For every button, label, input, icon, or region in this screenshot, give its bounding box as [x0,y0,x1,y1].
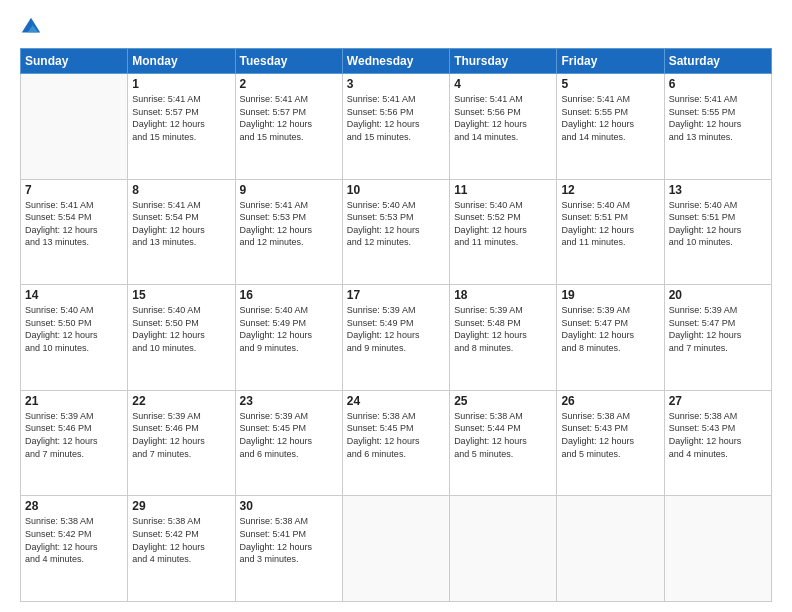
day-cell [557,496,664,602]
day-cell: 9Sunrise: 5:41 AM Sunset: 5:53 PM Daylig… [235,179,342,285]
day-cell: 24Sunrise: 5:38 AM Sunset: 5:45 PM Dayli… [342,390,449,496]
week-row-4: 28Sunrise: 5:38 AM Sunset: 5:42 PM Dayli… [21,496,772,602]
day-number: 26 [561,394,659,408]
day-info: Sunrise: 5:39 AM Sunset: 5:47 PM Dayligh… [669,304,767,354]
day-cell [450,496,557,602]
day-number: 10 [347,183,445,197]
calendar-header: SundayMondayTuesdayWednesdayThursdayFrid… [21,49,772,74]
day-number: 1 [132,77,230,91]
day-cell: 14Sunrise: 5:40 AM Sunset: 5:50 PM Dayli… [21,285,128,391]
day-info: Sunrise: 5:39 AM Sunset: 5:46 PM Dayligh… [25,410,123,460]
day-cell: 19Sunrise: 5:39 AM Sunset: 5:47 PM Dayli… [557,285,664,391]
day-number: 15 [132,288,230,302]
day-info: Sunrise: 5:38 AM Sunset: 5:42 PM Dayligh… [132,515,230,565]
day-cell: 15Sunrise: 5:40 AM Sunset: 5:50 PM Dayli… [128,285,235,391]
day-info: Sunrise: 5:41 AM Sunset: 5:55 PM Dayligh… [669,93,767,143]
day-info: Sunrise: 5:38 AM Sunset: 5:43 PM Dayligh… [669,410,767,460]
header-cell-monday: Monday [128,49,235,74]
day-info: Sunrise: 5:39 AM Sunset: 5:48 PM Dayligh… [454,304,552,354]
day-number: 28 [25,499,123,513]
week-row-2: 14Sunrise: 5:40 AM Sunset: 5:50 PM Dayli… [21,285,772,391]
day-number: 17 [347,288,445,302]
day-info: Sunrise: 5:38 AM Sunset: 5:42 PM Dayligh… [25,515,123,565]
day-info: Sunrise: 5:38 AM Sunset: 5:41 PM Dayligh… [240,515,338,565]
day-cell: 5Sunrise: 5:41 AM Sunset: 5:55 PM Daylig… [557,74,664,180]
day-number: 23 [240,394,338,408]
day-info: Sunrise: 5:41 AM Sunset: 5:53 PM Dayligh… [240,199,338,249]
day-info: Sunrise: 5:41 AM Sunset: 5:56 PM Dayligh… [454,93,552,143]
day-info: Sunrise: 5:38 AM Sunset: 5:45 PM Dayligh… [347,410,445,460]
day-info: Sunrise: 5:40 AM Sunset: 5:50 PM Dayligh… [25,304,123,354]
day-number: 3 [347,77,445,91]
day-number: 29 [132,499,230,513]
week-row-1: 7Sunrise: 5:41 AM Sunset: 5:54 PM Daylig… [21,179,772,285]
day-info: Sunrise: 5:38 AM Sunset: 5:44 PM Dayligh… [454,410,552,460]
day-info: Sunrise: 5:40 AM Sunset: 5:51 PM Dayligh… [561,199,659,249]
day-number: 7 [25,183,123,197]
day-cell: 22Sunrise: 5:39 AM Sunset: 5:46 PM Dayli… [128,390,235,496]
day-cell: 6Sunrise: 5:41 AM Sunset: 5:55 PM Daylig… [664,74,771,180]
header-cell-saturday: Saturday [664,49,771,74]
day-info: Sunrise: 5:41 AM Sunset: 5:54 PM Dayligh… [25,199,123,249]
page: SundayMondayTuesdayWednesdayThursdayFrid… [0,0,792,612]
week-row-0: 1Sunrise: 5:41 AM Sunset: 5:57 PM Daylig… [21,74,772,180]
day-number: 13 [669,183,767,197]
day-number: 6 [669,77,767,91]
day-info: Sunrise: 5:41 AM Sunset: 5:56 PM Dayligh… [347,93,445,143]
day-cell: 7Sunrise: 5:41 AM Sunset: 5:54 PM Daylig… [21,179,128,285]
day-number: 4 [454,77,552,91]
day-cell: 4Sunrise: 5:41 AM Sunset: 5:56 PM Daylig… [450,74,557,180]
day-cell: 28Sunrise: 5:38 AM Sunset: 5:42 PM Dayli… [21,496,128,602]
day-number: 20 [669,288,767,302]
day-cell: 1Sunrise: 5:41 AM Sunset: 5:57 PM Daylig… [128,74,235,180]
day-number: 8 [132,183,230,197]
day-number: 11 [454,183,552,197]
header [20,16,772,38]
day-cell: 10Sunrise: 5:40 AM Sunset: 5:53 PM Dayli… [342,179,449,285]
day-cell: 21Sunrise: 5:39 AM Sunset: 5:46 PM Dayli… [21,390,128,496]
day-info: Sunrise: 5:39 AM Sunset: 5:49 PM Dayligh… [347,304,445,354]
day-number: 12 [561,183,659,197]
day-info: Sunrise: 5:40 AM Sunset: 5:52 PM Dayligh… [454,199,552,249]
day-info: Sunrise: 5:41 AM Sunset: 5:57 PM Dayligh… [240,93,338,143]
header-cell-wednesday: Wednesday [342,49,449,74]
day-number: 16 [240,288,338,302]
day-cell: 25Sunrise: 5:38 AM Sunset: 5:44 PM Dayli… [450,390,557,496]
day-cell: 13Sunrise: 5:40 AM Sunset: 5:51 PM Dayli… [664,179,771,285]
day-number: 19 [561,288,659,302]
logo-icon [20,16,42,38]
day-number: 2 [240,77,338,91]
calendar: SundayMondayTuesdayWednesdayThursdayFrid… [20,48,772,602]
day-cell [342,496,449,602]
header-row: SundayMondayTuesdayWednesdayThursdayFrid… [21,49,772,74]
day-cell: 3Sunrise: 5:41 AM Sunset: 5:56 PM Daylig… [342,74,449,180]
day-number: 30 [240,499,338,513]
day-cell: 11Sunrise: 5:40 AM Sunset: 5:52 PM Dayli… [450,179,557,285]
header-cell-friday: Friday [557,49,664,74]
day-info: Sunrise: 5:40 AM Sunset: 5:53 PM Dayligh… [347,199,445,249]
day-cell: 16Sunrise: 5:40 AM Sunset: 5:49 PM Dayli… [235,285,342,391]
day-number: 22 [132,394,230,408]
day-info: Sunrise: 5:41 AM Sunset: 5:54 PM Dayligh… [132,199,230,249]
day-cell: 27Sunrise: 5:38 AM Sunset: 5:43 PM Dayli… [664,390,771,496]
day-info: Sunrise: 5:39 AM Sunset: 5:46 PM Dayligh… [132,410,230,460]
day-info: Sunrise: 5:39 AM Sunset: 5:45 PM Dayligh… [240,410,338,460]
day-number: 5 [561,77,659,91]
day-cell: 18Sunrise: 5:39 AM Sunset: 5:48 PM Dayli… [450,285,557,391]
day-number: 25 [454,394,552,408]
day-number: 21 [25,394,123,408]
day-cell [21,74,128,180]
day-number: 9 [240,183,338,197]
day-number: 27 [669,394,767,408]
week-row-3: 21Sunrise: 5:39 AM Sunset: 5:46 PM Dayli… [21,390,772,496]
day-info: Sunrise: 5:40 AM Sunset: 5:49 PM Dayligh… [240,304,338,354]
day-info: Sunrise: 5:41 AM Sunset: 5:55 PM Dayligh… [561,93,659,143]
day-cell: 23Sunrise: 5:39 AM Sunset: 5:45 PM Dayli… [235,390,342,496]
day-info: Sunrise: 5:38 AM Sunset: 5:43 PM Dayligh… [561,410,659,460]
day-cell: 30Sunrise: 5:38 AM Sunset: 5:41 PM Dayli… [235,496,342,602]
day-cell: 17Sunrise: 5:39 AM Sunset: 5:49 PM Dayli… [342,285,449,391]
day-number: 14 [25,288,123,302]
day-cell: 8Sunrise: 5:41 AM Sunset: 5:54 PM Daylig… [128,179,235,285]
day-info: Sunrise: 5:39 AM Sunset: 5:47 PM Dayligh… [561,304,659,354]
header-cell-sunday: Sunday [21,49,128,74]
